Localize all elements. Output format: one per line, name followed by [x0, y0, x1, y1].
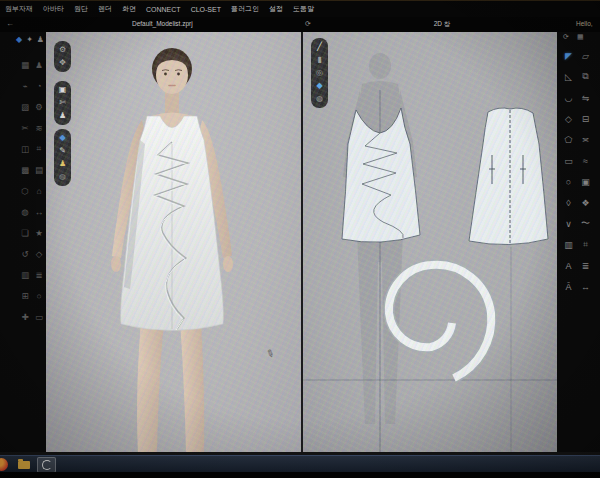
scene-library-icon[interactable]: ⌂ [36, 186, 41, 196]
pattern-copy-icon[interactable]: ▱ [582, 51, 589, 61]
menu-fabric[interactable]: 원단 [74, 4, 88, 14]
show-seams-icon[interactable]: ✄ [59, 98, 66, 108]
menu-render[interactable]: 렌더 [98, 4, 112, 14]
menubar: 원부자재아바타원단렌더화면CONNECTCLO-SET플러그인설정도움말 [0, 0, 600, 17]
trim-library-icon[interactable]: ✂ [21, 123, 28, 133]
binding-tool-icon[interactable]: ≣ [582, 261, 590, 271]
spiral-flounce-pattern[interactable] [389, 265, 491, 378]
grading-tool-icon[interactable]: Ā [565, 282, 571, 292]
padding-library-icon[interactable]: ⊞ [21, 291, 28, 301]
snap-icon[interactable]: ✥ [59, 58, 66, 68]
back-pattern-piece[interactable] [469, 108, 548, 245]
measure-tool-icon[interactable]: ↔ [581, 282, 590, 292]
show-garment-icon[interactable]: ▣ [59, 85, 67, 95]
clo3d-application-window: 원부자재아바타원단렌더화면CONNECTCLO-SET플러그인설정도움말 ← D… [0, 0, 600, 478]
gizmo-icon[interactable]: ⚙ [59, 45, 66, 55]
avatar-right-eye [177, 73, 180, 76]
menu-clo-set[interactable]: CLO-SET [191, 6, 221, 13]
render-library-icon[interactable]: ◍ [21, 207, 28, 217]
folder-icon[interactable] [18, 461, 30, 469]
edit-curve-icon[interactable]: ◡ [565, 93, 573, 103]
measure-library-icon[interactable]: ↔ [35, 207, 44, 217]
buttonhole-library-icon[interactable]: ◫ [21, 144, 29, 154]
clo-app-icon[interactable] [37, 457, 56, 473]
2d-window-title: 2D 창 [420, 20, 464, 29]
flatten-tool-icon[interactable]: ⌗ [583, 239, 588, 250]
fabric-2d-icon[interactable]: ◆ [316, 81, 322, 91]
fabric-library-icon[interactable]: ▨ [21, 102, 29, 112]
project-tab[interactable]: Default_Modelist.zprj [132, 20, 193, 27]
misc-library-icon[interactable]: ▭ [35, 312, 43, 322]
material-library-icon[interactable]: ▩ [21, 165, 29, 175]
folder-library-icon[interactable]: ❏ [21, 228, 29, 238]
greeting-text: Hello, [576, 20, 593, 27]
menu-trims[interactable]: 원부자재 [5, 4, 33, 14]
print-library-icon[interactable]: ▥ [21, 270, 29, 280]
clo-diamond-icon[interactable]: ◆ [16, 35, 22, 44]
fold-arrangement-icon[interactable]: ⊟ [582, 114, 590, 124]
text-tool-icon[interactable]: A [565, 261, 571, 271]
user-icon[interactable]: ♟ [37, 35, 44, 44]
line-tool-icon[interactable]: ╱ [317, 42, 322, 52]
polygon-tool-icon[interactable]: ⬠ [565, 135, 573, 145]
fitting-library-icon[interactable]: ○ [36, 291, 41, 301]
shoes-library-icon[interactable]: ◔ [36, 81, 41, 91]
mirror-pattern-icon[interactable]: ⇋ [582, 93, 590, 103]
tool-panel-header: ⟳▦ [563, 33, 584, 41]
menu-plugin[interactable]: 플러그인 [231, 4, 259, 14]
trace-tool-icon[interactable]: ▥ [564, 240, 573, 250]
stitch-tool-icon[interactable]: 〜 [581, 217, 590, 230]
back-arrow-icon[interactable]: ← [6, 19, 14, 28]
favorites-library-icon[interactable]: ★ [35, 228, 43, 238]
hanger-library-icon[interactable]: ⌁ [22, 81, 27, 91]
pin-view-icon[interactable]: ✎ [59, 146, 66, 156]
hardware-library-icon[interactable]: ⚙ [35, 102, 43, 112]
fabric-view-icon[interactable]: ◆ [59, 133, 65, 143]
history-library-icon[interactable]: ↺ [21, 249, 28, 259]
segment-sewing-icon[interactable]: ≍ [582, 135, 590, 145]
seam-allowance-icon[interactable]: ▣ [581, 177, 590, 187]
transform-pattern-icon[interactable]: ◤ [565, 51, 572, 61]
garment-library-icon[interactable]: ▦ [21, 60, 29, 70]
texture-2d-icon[interactable]: ◍ [316, 94, 323, 104]
garment-3d-icon[interactable]: ❖ [581, 198, 589, 208]
unfold-pattern-icon[interactable]: ⧉ [582, 71, 588, 82]
rectangle-tool-icon[interactable]: ▭ [564, 156, 573, 166]
avatar-3d[interactable]: ✎ [46, 32, 302, 452]
topstitch-library-icon[interactable]: ≋ [35, 123, 42, 133]
fur-library-icon[interactable]: ≣ [35, 270, 42, 280]
avatar-library-icon[interactable]: ♟ [35, 60, 43, 70]
dart-tool-icon[interactable]: ◊ [566, 198, 570, 208]
add-point-icon[interactable]: ◇ [565, 114, 572, 124]
menu-avatar[interactable]: 아바타 [43, 4, 64, 14]
menu-display[interactable]: 화면 [122, 4, 136, 14]
edit-pattern-icon[interactable]: ◺ [565, 72, 572, 82]
menu-connect[interactable]: CONNECT [146, 6, 181, 13]
sync-icon[interactable]: ⟳ [563, 33, 569, 41]
show-avatar-icon[interactable]: ♟ [59, 111, 66, 121]
panel-grid-icon[interactable]: ▦ [577, 33, 584, 41]
viewport-3d[interactable]: ✎ ⚙✥ ▣✄♟ ◆✎♟◍ [46, 32, 302, 452]
plugin-library-icon[interactable]: ✚ [21, 312, 28, 322]
menu-help[interactable]: 도움말 [293, 4, 314, 14]
avatar-display-icon[interactable]: ♟ [59, 159, 66, 169]
zipper-library-icon[interactable]: ⌗ [37, 143, 42, 154]
browser-icon[interactable] [0, 458, 8, 471]
refresh-icon[interactable]: ⟳ [305, 20, 311, 28]
viewport-cursor-icon: ✎ [264, 347, 276, 361]
avatar-left-leg [137, 320, 164, 452]
pattern-canvas[interactable] [303, 32, 557, 452]
library-icon-grid: ▦♟⌁◔▨⚙✂≋◫⌗▩▤⬡⌂◍↔❏★↺◇▥≣⊞○✚▭ [18, 54, 46, 327]
grainline-icon[interactable]: ◎ [316, 68, 323, 78]
colorway-library-icon[interactable]: ◇ [36, 249, 43, 259]
sparkle-icon[interactable]: ✦ [26, 35, 33, 44]
viewport-2d[interactable]: ╱▮◎◆◍ [303, 32, 557, 452]
pose-library-icon[interactable]: ⬡ [21, 186, 28, 196]
free-sewing-icon[interactable]: ≈ [583, 156, 588, 166]
texture-library-icon[interactable]: ▤ [35, 165, 43, 175]
menu-settings[interactable]: 설정 [269, 4, 283, 14]
environment-icon[interactable]: ◍ [59, 172, 66, 182]
circle-tool-icon[interactable]: ○ [566, 177, 571, 187]
notch-tool-icon[interactable]: ∨ [565, 219, 572, 229]
pattern-outline-icon[interactable]: ▮ [317, 55, 321, 65]
